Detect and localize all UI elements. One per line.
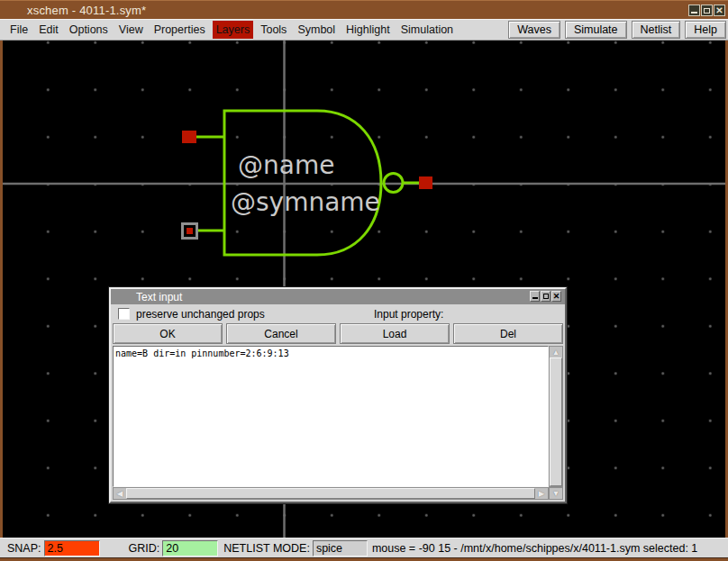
window-frame-bottom: [0, 557, 728, 561]
menu-simulation[interactable]: Simulation: [397, 21, 457, 39]
scroll-up-icon[interactable]: ▲: [550, 347, 562, 357]
property-textarea[interactable]: name=B dir=in pinnumber=2:6:9:13: [113, 346, 549, 487]
menu-layers[interactable]: Layers: [213, 21, 254, 39]
netlist-button[interactable]: Netlist: [632, 21, 681, 39]
ok-button[interactable]: OK: [113, 323, 223, 344]
close-icon[interactable]: ✕: [714, 5, 725, 16]
dialog-close-icon[interactable]: ✕: [551, 291, 561, 302]
menu-view[interactable]: View: [115, 21, 147, 39]
grid-label: GRID:: [129, 542, 160, 555]
menubar: File Edit Options View Properties Layers…: [0, 19, 728, 41]
pin-input-top[interactable]: [182, 131, 196, 143]
preserve-props-checkbox[interactable]: [118, 308, 130, 320]
input-property-label: Input property:: [374, 308, 443, 321]
del-button[interactable]: Del: [453, 323, 563, 344]
menu-options[interactable]: Options: [66, 21, 112, 39]
xschem-window: xschem - 4011-1.sym* ✕ File Edit Options…: [0, 0, 728, 561]
menu-tools[interactable]: Tools: [257, 21, 290, 39]
netlist-mode-label: NETLIST MODE:: [223, 542, 310, 555]
grid-input[interactable]: 20: [162, 540, 218, 556]
mouse-coordinates-text: mouse = -90 15 - /mnt/x/home/schippes/x/…: [372, 542, 697, 555]
symbol-name-label[interactable]: @name: [238, 150, 334, 180]
dialog-maximize-icon[interactable]: [541, 291, 551, 302]
window-title: xschem - 4011-1.sym*: [27, 4, 146, 17]
menu-file[interactable]: File: [6, 21, 32, 39]
snap-label: SNAP:: [7, 542, 41, 555]
menu-highlight[interactable]: Highlight: [342, 21, 394, 39]
vertical-scrollbar[interactable]: ▲: [549, 346, 563, 487]
dialog-minimize-icon[interactable]: [530, 291, 540, 302]
cancel-button[interactable]: Cancel: [226, 323, 336, 344]
snap-input[interactable]: 2.5: [44, 540, 100, 556]
menu-properties[interactable]: Properties: [150, 21, 209, 39]
menu-symbol[interactable]: Symbol: [294, 21, 339, 39]
scroll-down-icon[interactable]: ▼: [549, 487, 563, 500]
scroll-left-icon[interactable]: ◀: [114, 488, 126, 499]
load-button[interactable]: Load: [340, 323, 450, 344]
dialog-title: Text input: [136, 291, 182, 303]
preserve-props-label: preserve unchanged props: [136, 308, 265, 321]
simulate-button[interactable]: Simulate: [565, 21, 627, 39]
scroll-right-icon[interactable]: ▶: [535, 488, 548, 499]
netlist-mode-input[interactable]: spice: [313, 540, 368, 556]
dialog-titlebar[interactable]: Text input ✕: [111, 289, 565, 304]
maximize-icon[interactable]: [701, 5, 713, 16]
vertical-scroll-thumb[interactable]: [550, 357, 562, 486]
horizontal-scrollbar[interactable]: ◀ ▶: [113, 487, 549, 500]
text-input-dialog: Text input ✕ preserve unchanged props In…: [109, 287, 567, 503]
waves-button[interactable]: Waves: [508, 21, 560, 39]
minimize-icon[interactable]: [688, 5, 700, 16]
horizontal-scroll-thumb[interactable]: [126, 488, 535, 499]
pin-input-bottom[interactable]: [187, 228, 193, 234]
window-titlebar[interactable]: xschem - 4011-1.sym* ✕: [0, 0, 728, 19]
symbol-symname-label[interactable]: @symname: [231, 187, 380, 217]
help-button[interactable]: Help: [685, 21, 726, 39]
menu-edit[interactable]: Edit: [35, 21, 62, 39]
statusbar: SNAP: 2.5 GRID: 20 NETLIST MODE: spice m…: [0, 538, 728, 557]
pin-output[interactable]: [419, 176, 432, 189]
